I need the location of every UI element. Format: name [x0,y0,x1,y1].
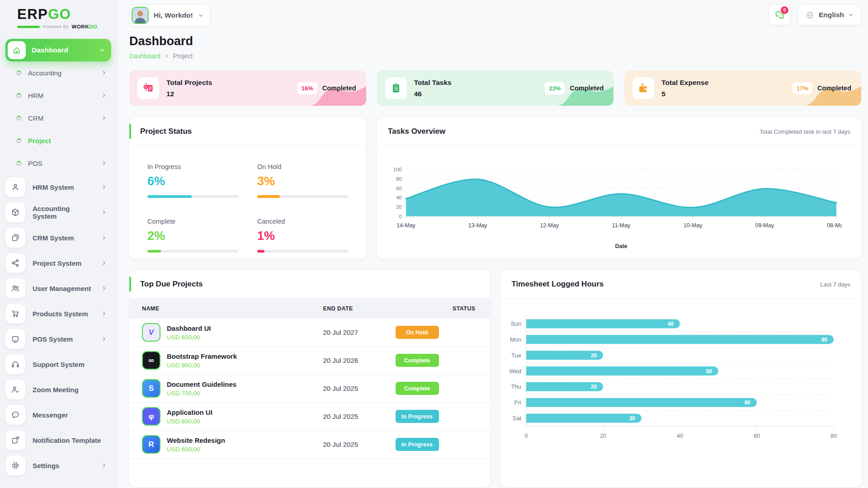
svg-text:Date: Date [615,243,627,249]
project-avatar: S [142,379,160,398]
tasks-overview-chart: 02040608010014-May13-May12-May11-May10-M… [377,146,861,251]
project-end-date: 20 Jul 2025 [323,413,396,420]
progress-track [257,195,348,198]
svg-text:40: 40 [677,433,683,439]
progress-track [257,250,348,253]
svg-text:Sat: Sat [512,415,521,422]
project-avatar: ∞ [142,351,160,370]
avatar [132,7,149,24]
status-complete: Complete 2% [147,218,238,253]
sidebar-item-crm-system[interactable]: CRM System [5,225,111,250]
status-canceled: Canceled 1% [257,218,348,253]
sidebar-item-notification-template[interactable]: Notification Template [5,427,111,453]
bullet-icon [16,116,21,121]
chat-bubble-icon [5,405,25,425]
project-end-date: 20 Jul 2025 [323,385,396,392]
svg-text:20: 20 [396,204,402,210]
svg-text:60: 60 [754,433,760,439]
svg-text:80: 80 [396,176,402,182]
svg-text:13-May: 13-May [468,222,487,229]
table-row[interactable]: ∞ Bootstrap Framework USD 900,00 20 Jul … [129,347,490,375]
svg-text:Wed: Wed [509,368,521,375]
app-logo[interactable]: ERPGO Powered By WORKDO [5,0,118,39]
project-name: Bootstrap Framework [167,352,237,360]
cube-icon [5,202,25,222]
logo-underline [17,26,40,28]
sidebar-item-crm[interactable]: CRM [5,107,111,129]
svg-text:20: 20 [590,384,597,390]
stat-value: 12 [166,90,290,98]
table-row[interactable]: V Dashboard UI USD 600,00 20 Jul 2027 On… [129,319,490,347]
stat-percent-badge: 16% [297,82,317,94]
sidebar-item-accounting[interactable]: Accounting [5,61,111,84]
profile-menu[interactable]: Hi, Workdo! [129,5,210,26]
project-avatar: V [142,323,160,342]
table-row[interactable]: φ Application UI USD 800,00 20 Jul 2025 … [129,403,490,431]
stat-title: Total Tasks [414,79,538,87]
sidebar-item-project-system[interactable]: Project System [5,250,111,276]
sidebar-item-settings[interactable]: Settings [5,453,111,478]
sidebar-item-zoom-meeting[interactable]: Zoom Meeting [5,377,111,402]
sidebar-item-dashboard[interactable]: Dashboard [5,39,111,61]
chevron-right-icon [101,70,107,75]
svg-text:20: 20 [600,433,606,439]
language-label: English [819,11,844,19]
timesheet-panel: Timesheet Logged Hours Last 7 days 40Sun… [501,270,862,487]
sidebar-item-pos-system[interactable]: POS System [5,326,111,352]
projects-icon [137,77,159,99]
language-selector[interactable]: English [797,5,861,25]
main-content: Hi, Workdo! 0 English Dashboard Dashboar… [118,0,868,488]
sidebar-item-hrm-system[interactable]: HRM System [5,174,111,200]
tasks-icon [385,77,407,99]
sidebar-item-messenger[interactable]: Messenger [5,402,111,427]
panel-subtitle: Last 7 days [821,281,851,288]
sidebar-item-accounting-system[interactable]: Accounting System [5,200,111,225]
sidebar-item-hrm[interactable]: HRM [5,84,111,107]
logo-powered-by: Powered By [43,24,69,29]
chevron-right-icon [101,235,107,240]
project-price: USD 700,00 [167,390,236,397]
svg-text:Thu: Thu [511,383,521,390]
project-name: Dashboard UI [167,324,211,332]
stat-value: 5 [661,90,785,98]
pos-terminal-icon [5,329,25,349]
table-row[interactable]: R Website Redesign USD 600,00 20 Jul 202… [129,431,490,459]
chevron-right-icon [101,311,107,316]
project-end-date: 20 Jul 2026 [323,357,396,364]
stat-completed-label: Completed [817,84,851,92]
project-status-panel: Project Status In Progress 6% On Hold 3%… [129,117,366,258]
stat-percent-badge: 23% [545,82,565,94]
project-price: USD 600,00 [167,446,225,453]
project-end-date: 20 Jul 2027 [323,328,396,336]
top-bar: Hi, Workdo! 0 English [129,0,861,26]
table-row[interactable]: S Document Guidelines USD 700,00 20 Jul … [129,375,490,403]
stat-completed-label: Completed [322,84,356,92]
stat-title: Total Expense [661,79,785,87]
svg-text:100: 100 [393,167,402,172]
progress-fill [257,195,280,198]
svg-text:0: 0 [524,433,528,439]
sidebar-item-user-management[interactable]: User Management [5,276,111,301]
notification-count-badge: 0 [781,6,788,14]
sidebar-item-project[interactable]: Project [5,129,111,152]
sidebar-item-pos[interactable]: POS [5,152,111,174]
progress-fill [147,250,161,253]
project-end-date: 20 Jul 2025 [323,441,396,448]
sidebar-item-products-system[interactable]: Products System [5,301,111,326]
breadcrumb-current: Project [173,52,193,60]
sidebar: ERPGO Powered By WORKDO Dashboard Accoun… [0,0,118,488]
stat-title: Total Projects [166,79,290,87]
project-name: Application UI [167,408,212,416]
bullet-icon [16,138,21,143]
bullet-icon [16,70,21,75]
chevron-right-icon [101,93,107,98]
sidebar-item-support-system[interactable]: Support System [5,352,111,377]
globe-icon [805,10,815,20]
project-price: USD 600,00 [167,334,211,341]
svg-text:Tue: Tue [511,352,521,359]
project-name: Document Guidelines [167,380,236,388]
logo-wordmark: ERPGO [17,7,118,21]
project-price: USD 900,00 [167,362,237,369]
breadcrumb-dashboard-link[interactable]: Dashboard [129,52,160,60]
notifications-button[interactable]: 0 [769,5,791,25]
